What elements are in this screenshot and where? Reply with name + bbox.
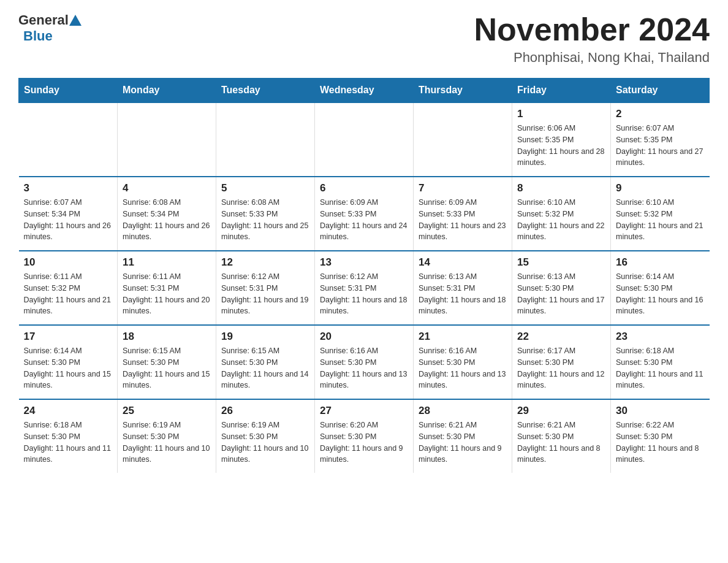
- day-number: 9: [616, 182, 705, 194]
- day-number: 17: [24, 331, 113, 343]
- calendar-cell: 1Sunrise: 6:06 AMSunset: 5:35 PMDaylight…: [512, 102, 611, 177]
- logo-blue-text: Blue: [23, 28, 53, 44]
- calendar-cell: 18Sunrise: 6:15 AMSunset: 5:30 PMDayligh…: [118, 325, 216, 399]
- calendar-cell: 13Sunrise: 6:12 AMSunset: 5:31 PMDayligh…: [315, 251, 414, 325]
- day-number: 3: [24, 182, 113, 194]
- day-info: Sunrise: 6:16 AMSunset: 5:30 PMDaylight:…: [320, 345, 408, 391]
- day-info: Sunrise: 6:11 AMSunset: 5:31 PMDaylight:…: [123, 271, 211, 317]
- day-info: Sunrise: 6:08 AMSunset: 5:33 PMDaylight:…: [221, 197, 309, 243]
- logo-triangle-icon: [69, 13, 82, 27]
- calendar-cell: [315, 102, 414, 177]
- day-number: 1: [517, 108, 605, 120]
- calendar-week-row: 10Sunrise: 6:11 AMSunset: 5:32 PMDayligh…: [19, 251, 710, 325]
- day-info: Sunrise: 6:21 AMSunset: 5:30 PMDaylight:…: [419, 419, 507, 465]
- calendar-cell: 16Sunrise: 6:14 AMSunset: 5:30 PMDayligh…: [611, 251, 710, 325]
- day-number: 8: [517, 182, 605, 194]
- day-number: 26: [221, 405, 309, 417]
- day-info: Sunrise: 6:15 AMSunset: 5:30 PMDaylight:…: [123, 345, 211, 391]
- calendar-cell: 25Sunrise: 6:19 AMSunset: 5:30 PMDayligh…: [118, 399, 216, 473]
- header-tuesday: Tuesday: [216, 79, 315, 103]
- calendar-week-row: 17Sunrise: 6:14 AMSunset: 5:30 PMDayligh…: [19, 325, 710, 399]
- calendar-table: Sunday Monday Tuesday Wednesday Thursday…: [18, 78, 710, 473]
- day-number: 16: [616, 256, 705, 269]
- calendar-cell: 15Sunrise: 6:13 AMSunset: 5:30 PMDayligh…: [512, 251, 611, 325]
- day-number: 22: [517, 331, 605, 343]
- svg-marker-0: [69, 15, 82, 26]
- day-info: Sunrise: 6:14 AMSunset: 5:30 PMDaylight:…: [616, 271, 705, 317]
- calendar-cell: [216, 102, 315, 177]
- day-info: Sunrise: 6:14 AMSunset: 5:30 PMDaylight:…: [24, 345, 113, 391]
- day-info: Sunrise: 6:16 AMSunset: 5:30 PMDaylight:…: [419, 345, 507, 391]
- calendar-cell: 10Sunrise: 6:11 AMSunset: 5:32 PMDayligh…: [19, 251, 118, 325]
- day-info: Sunrise: 6:22 AMSunset: 5:30 PMDaylight:…: [616, 419, 705, 465]
- day-number: 6: [320, 182, 408, 194]
- day-number: 30: [616, 405, 705, 417]
- calendar-cell: 27Sunrise: 6:20 AMSunset: 5:30 PMDayligh…: [315, 399, 414, 473]
- calendar-cell: 11Sunrise: 6:11 AMSunset: 5:31 PMDayligh…: [118, 251, 216, 325]
- calendar-cell: 9Sunrise: 6:10 AMSunset: 5:32 PMDaylight…: [611, 177, 710, 251]
- day-info: Sunrise: 6:06 AMSunset: 5:35 PMDaylight:…: [517, 123, 605, 169]
- day-info: Sunrise: 6:13 AMSunset: 5:31 PMDaylight:…: [419, 271, 507, 317]
- day-info: Sunrise: 6:09 AMSunset: 5:33 PMDaylight:…: [320, 197, 408, 243]
- calendar-cell: 23Sunrise: 6:18 AMSunset: 5:30 PMDayligh…: [611, 325, 710, 399]
- day-number: 13: [320, 256, 408, 269]
- calendar-cell: 12Sunrise: 6:12 AMSunset: 5:31 PMDayligh…: [216, 251, 315, 325]
- day-info: Sunrise: 6:12 AMSunset: 5:31 PMDaylight:…: [221, 271, 309, 317]
- calendar-cell: 19Sunrise: 6:15 AMSunset: 5:30 PMDayligh…: [216, 325, 315, 399]
- header-sunday: Sunday: [19, 79, 118, 103]
- day-number: 7: [419, 182, 507, 194]
- header-monday: Monday: [118, 79, 216, 103]
- day-info: Sunrise: 6:13 AMSunset: 5:30 PMDaylight:…: [517, 271, 605, 317]
- calendar-cell: 20Sunrise: 6:16 AMSunset: 5:30 PMDayligh…: [315, 325, 414, 399]
- day-info: Sunrise: 6:12 AMSunset: 5:31 PMDaylight:…: [320, 271, 408, 317]
- day-info: Sunrise: 6:07 AMSunset: 5:35 PMDaylight:…: [616, 123, 705, 169]
- day-info: Sunrise: 6:07 AMSunset: 5:34 PMDaylight:…: [24, 197, 113, 243]
- days-header-row: Sunday Monday Tuesday Wednesday Thursday…: [19, 79, 710, 103]
- day-number: 20: [320, 331, 408, 343]
- day-number: 5: [221, 182, 309, 194]
- calendar-cell: 24Sunrise: 6:18 AMSunset: 5:30 PMDayligh…: [19, 399, 118, 473]
- calendar-cell: 2Sunrise: 6:07 AMSunset: 5:35 PMDaylight…: [611, 102, 710, 177]
- calendar-cell: 28Sunrise: 6:21 AMSunset: 5:30 PMDayligh…: [414, 399, 512, 473]
- day-info: Sunrise: 6:18 AMSunset: 5:30 PMDaylight:…: [24, 419, 113, 465]
- day-number: 29: [517, 405, 605, 417]
- month-year-title: November 2024: [474, 12, 710, 47]
- day-number: 19: [221, 331, 309, 343]
- header-friday: Friday: [512, 79, 611, 103]
- day-number: 4: [123, 182, 211, 194]
- calendar-cell: [118, 102, 216, 177]
- calendar-cell: 5Sunrise: 6:08 AMSunset: 5:33 PMDaylight…: [216, 177, 315, 251]
- day-info: Sunrise: 6:10 AMSunset: 5:32 PMDaylight:…: [517, 197, 605, 243]
- day-info: Sunrise: 6:20 AMSunset: 5:30 PMDaylight:…: [320, 419, 408, 465]
- day-number: 28: [419, 405, 507, 417]
- day-number: 27: [320, 405, 408, 417]
- header-thursday: Thursday: [414, 79, 512, 103]
- day-info: Sunrise: 6:08 AMSunset: 5:34 PMDaylight:…: [123, 197, 211, 243]
- day-number: 23: [616, 331, 705, 343]
- header-wednesday: Wednesday: [315, 79, 414, 103]
- day-number: 18: [123, 331, 211, 343]
- day-number: 15: [517, 256, 605, 269]
- day-number: 2: [616, 108, 705, 120]
- day-number: 10: [24, 256, 113, 269]
- calendar-cell: 26Sunrise: 6:19 AMSunset: 5:30 PMDayligh…: [216, 399, 315, 473]
- day-info: Sunrise: 6:09 AMSunset: 5:33 PMDaylight:…: [419, 197, 507, 243]
- title-area: November 2024 Phonphisai, Nong Khai, Tha…: [474, 12, 710, 66]
- calendar-cell: 30Sunrise: 6:22 AMSunset: 5:30 PMDayligh…: [611, 399, 710, 473]
- header-saturday: Saturday: [611, 79, 710, 103]
- day-info: Sunrise: 6:15 AMSunset: 5:30 PMDaylight:…: [221, 345, 309, 391]
- day-info: Sunrise: 6:21 AMSunset: 5:30 PMDaylight:…: [517, 419, 605, 465]
- location-subtitle: Phonphisai, Nong Khai, Thailand: [474, 50, 710, 66]
- calendar-week-row: 3Sunrise: 6:07 AMSunset: 5:34 PMDaylight…: [19, 177, 710, 251]
- calendar-cell: [414, 102, 512, 177]
- day-info: Sunrise: 6:19 AMSunset: 5:30 PMDaylight:…: [123, 419, 211, 465]
- calendar-cell: 7Sunrise: 6:09 AMSunset: 5:33 PMDaylight…: [414, 177, 512, 251]
- calendar-cell: 22Sunrise: 6:17 AMSunset: 5:30 PMDayligh…: [512, 325, 611, 399]
- calendar-cell: 6Sunrise: 6:09 AMSunset: 5:33 PMDaylight…: [315, 177, 414, 251]
- calendar-cell: 3Sunrise: 6:07 AMSunset: 5:34 PMDaylight…: [19, 177, 118, 251]
- day-info: Sunrise: 6:10 AMSunset: 5:32 PMDaylight:…: [616, 197, 705, 243]
- day-number: 14: [419, 256, 507, 269]
- calendar-cell: 17Sunrise: 6:14 AMSunset: 5:30 PMDayligh…: [19, 325, 118, 399]
- calendar-cell: 14Sunrise: 6:13 AMSunset: 5:31 PMDayligh…: [414, 251, 512, 325]
- calendar-cell: 8Sunrise: 6:10 AMSunset: 5:32 PMDaylight…: [512, 177, 611, 251]
